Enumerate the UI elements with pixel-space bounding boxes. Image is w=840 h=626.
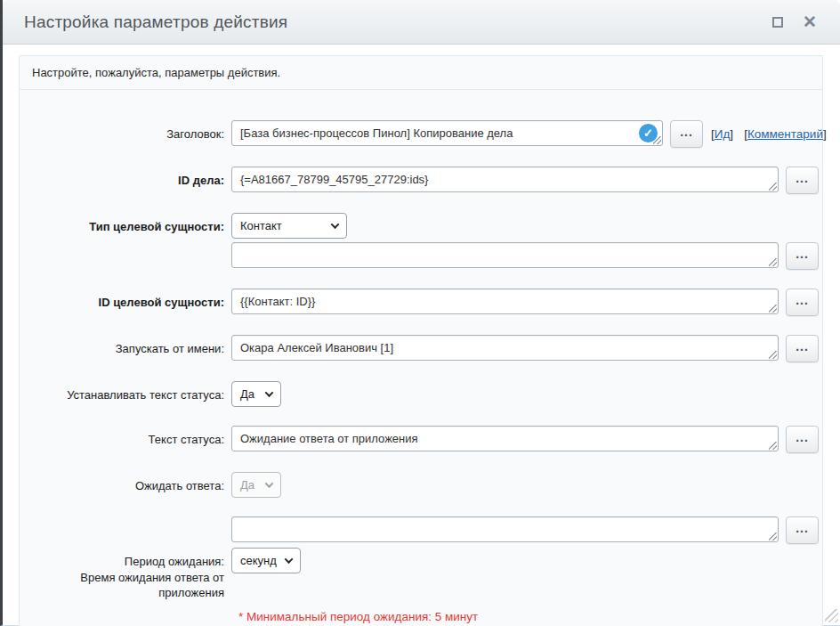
wait-extra-picker-button[interactable]: ... <box>786 516 819 544</box>
run-as-input[interactable]: Окара Алексей Иванович [1] <box>231 335 779 361</box>
dialog-window: Настройка параметров действия ✕ Настройт… <box>0 0 840 626</box>
status-text-input-value: Ожидание ответа от приложения <box>240 432 418 445</box>
case-id-input-value: {=A81667_78799_45795_27729:ids} <box>240 173 428 186</box>
comment-link[interactable]: [Комментарий] <box>744 127 827 141</box>
status-text-picker-button[interactable]: ... <box>786 426 819 453</box>
info-message: Настройте, пожалуйста, параметры действи… <box>20 56 822 90</box>
spacer-label <box>20 242 231 248</box>
resize-grip-icon[interactable] <box>769 183 777 191</box>
title-input[interactable]: [База бизнес-процессов Пинол] Копировани… <box>231 120 663 146</box>
case-id-label: ID дела: <box>20 167 231 189</box>
id-link[interactable]: [Ид] <box>711 127 733 141</box>
window-resize-grip[interactable] <box>825 609 838 622</box>
entity-id-picker-button[interactable]: ... <box>786 289 819 316</box>
resize-grip-icon[interactable] <box>769 533 777 541</box>
chevron-down-icon <box>331 220 340 229</box>
status-text-input[interactable]: Ожидание ответа от приложения <box>231 426 779 451</box>
row-entity-id: ID целевой сущности: {{Контакт: ID}} ... <box>20 289 822 316</box>
row-entity-type: Тип целевой сущности: Контакт <box>20 213 822 239</box>
form-panel: Настройте, пожалуйста, параметры действи… <box>19 55 823 626</box>
resize-grip-icon[interactable] <box>769 305 777 313</box>
entity-id-input-value: {{Контакт: ID}} <box>240 295 315 308</box>
entity-type-select-value: Контакт <box>240 219 282 232</box>
status-text-label: Текст статуса: <box>20 426 231 448</box>
entity-id-input[interactable]: {{Контакт: ID}} <box>231 289 779 314</box>
row-wait-period: Период ожидания: Время ожидания ответа о… <box>20 548 822 601</box>
entity-type-extra-input[interactable] <box>231 242 779 268</box>
min-period-note: * Минимальный период ожидания: 5 минут <box>238 610 822 623</box>
title-input-value: [База бизнес-процессов Пинол] Копировани… <box>240 126 513 140</box>
entity-type-label: Тип целевой сущности: <box>20 213 231 235</box>
dialog-title: Настройка параметров действия <box>24 12 287 32</box>
resize-grip-icon[interactable] <box>653 136 661 144</box>
chevron-down-icon <box>265 479 274 488</box>
wait-extra-input[interactable] <box>231 516 779 542</box>
case-id-picker-button[interactable]: ... <box>786 167 819 194</box>
case-id-input[interactable]: {=A81667_78799_45795_27729:ids} <box>231 167 779 192</box>
chevron-down-icon <box>285 555 294 564</box>
wait-period-unit-select[interactable]: секунд <box>231 548 301 573</box>
row-title: Заголовок: [База бизнес-процессов Пинол]… <box>20 120 822 148</box>
parameters-form: Заголовок: [База бизнес-процессов Пинол]… <box>20 90 822 626</box>
resize-grip-icon[interactable] <box>769 351 777 359</box>
entity-type-select[interactable]: Контакт <box>231 213 347 239</box>
bracket: ] <box>730 127 733 141</box>
insert-links: [Ид] [Комментарий] <box>711 120 827 141</box>
dialog-body: Настройте, пожалуйста, параметры действи… <box>3 45 840 626</box>
wait-reply-select-disabled: Да <box>231 472 281 498</box>
wait-period-label-line2: Время ожидания ответа от <box>20 570 224 586</box>
entity-id-label: ID целевой сущности: <box>20 289 231 311</box>
row-run-as: Запускать от имени: Окара Алексей Иванов… <box>20 335 822 362</box>
entity-type-picker-button[interactable]: ... <box>786 242 819 270</box>
set-status-select-value: Да <box>240 387 254 401</box>
wait-reply-label: Ожидать ответа: <box>20 472 231 494</box>
row-status-text: Текст статуса: Ожидание ответа от прилож… <box>20 426 822 453</box>
maximize-icon[interactable] <box>772 17 783 28</box>
bracket: ] <box>823 127 827 141</box>
wait-period-unit-value: секунд <box>240 554 277 567</box>
title-label: Заголовок: <box>20 120 231 142</box>
wait-period-label: Период ожидания: Время ожидания ответа о… <box>20 548 231 601</box>
resize-grip-icon[interactable] <box>769 258 777 266</box>
run-as-label: Запускать от имени: <box>20 335 231 357</box>
spacer-label <box>20 516 231 523</box>
set-status-label: Устанавливать текст статуса: <box>20 381 231 403</box>
row-wait-extra: ... <box>20 516 822 544</box>
row-wait-reply: Ожидать ответа: Да <box>20 472 822 498</box>
row-set-status: Устанавливать текст статуса: Да <box>20 381 822 407</box>
run-as-picker-button[interactable]: ... <box>786 335 819 362</box>
wait-reply-select-value: Да <box>240 478 254 492</box>
title-picker-button[interactable]: ... <box>670 120 703 148</box>
resize-grip-icon[interactable] <box>769 442 777 450</box>
set-status-select[interactable]: Да <box>231 381 281 407</box>
row-entity-type-extra: ... <box>20 242 822 270</box>
run-as-input-value: Окара Алексей Иванович [1] <box>240 341 393 354</box>
wait-period-label-line3: приложения <box>20 585 224 601</box>
close-icon[interactable]: ✕ <box>803 13 817 30</box>
window-controls: ✕ <box>772 13 817 30</box>
wait-period-label-line1: Период ожидания: <box>20 554 224 570</box>
id-link-text[interactable]: Ид <box>715 127 731 141</box>
dialog-titlebar: Настройка параметров действия ✕ <box>3 0 840 45</box>
comment-link-text[interactable]: Комментарий <box>747 127 823 141</box>
row-case-id: ID дела: {=A81667_78799_45795_27729:ids}… <box>20 167 822 194</box>
chevron-down-icon <box>265 388 274 397</box>
